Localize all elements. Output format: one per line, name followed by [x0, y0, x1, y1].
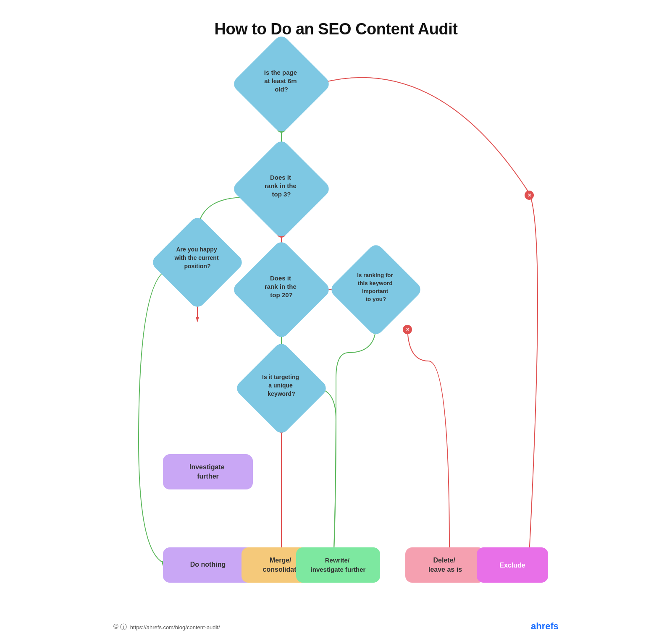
footer: © ⓘ https://ahrefs.com/blog/content-audi…: [113, 623, 220, 632]
svg-rect-53: [163, 454, 253, 489]
flowchart: ✓ ✓ ✕ ✕ ✓ ✕ ✓ ✓ ✕ ✕ ✓ ✕: [101, 0, 571, 621]
svg-text:Exclude: Exclude: [499, 562, 525, 569]
svg-marker-32: [196, 317, 199, 322]
svg-rect-59: [296, 547, 380, 583]
svg-text:✕: ✕: [528, 193, 531, 198]
page-container: How to Do an SEO Content Audit ✓: [101, 0, 571, 641]
footer-icons: © ⓘ: [113, 623, 127, 632]
footer-url: https://ahrefs.com/blog/content-audit/: [130, 624, 220, 631]
svg-text:✕: ✕: [406, 327, 410, 332]
cc-icon: ©: [113, 623, 118, 632]
svg-rect-45: [150, 215, 245, 310]
svg-text:Do nothing: Do nothing: [190, 561, 226, 568]
info-icon: ⓘ: [120, 623, 127, 632]
ahrefs-text-blue: ahrefs: [531, 621, 559, 631]
ahrefs-logo: ahrefs: [531, 621, 559, 632]
svg-rect-61: [405, 547, 485, 583]
